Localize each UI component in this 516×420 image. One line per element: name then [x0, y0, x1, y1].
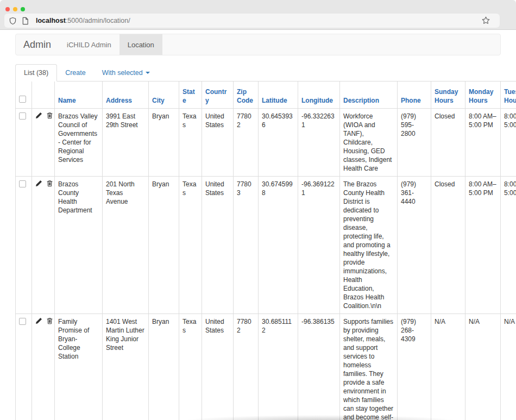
cell-zip-code: 77803 — [234, 177, 259, 314]
cell-name: Brazos County Health Department — [55, 177, 103, 314]
cell-country: United States — [202, 177, 234, 314]
column-header-description[interactable]: Description — [343, 97, 379, 104]
address-bar[interactable]: localhost:5000/admin/location/ — [4, 14, 500, 28]
table-header-row: NameAddressCityStateCountryZip CodeLatit… — [16, 82, 516, 109]
cell-monday-hours: N/A — [465, 314, 501, 420]
table-row: Brazos Valley Council of Governments- Ce… — [16, 109, 516, 177]
cell-longitude: -96.3691221 — [298, 177, 340, 314]
cell-longitude: -96.386135 — [298, 314, 340, 420]
cell-country: United States — [202, 314, 234, 420]
cell-sunday-hours: N/A — [431, 314, 465, 420]
cell-sunday-hours: Closed — [431, 177, 465, 314]
delete-icon[interactable] — [46, 317, 53, 326]
row-checkbox[interactable] — [19, 112, 26, 120]
nav-item-location[interactable]: Location — [119, 34, 162, 55]
url-path: :5000/admin/location/ — [66, 17, 130, 24]
column-header-monday-hours[interactable]: Monday Hours — [469, 88, 493, 104]
column-header-zip-code[interactable]: Zip Code — [237, 88, 253, 104]
column-header-tuesday-hours[interactable]: Tuesday Hours — [504, 88, 516, 104]
column-header-country[interactable]: Country — [205, 88, 226, 104]
cell-city: Bryan — [149, 109, 179, 177]
header-country: Country — [202, 82, 234, 109]
cell-state: Texas — [179, 177, 202, 314]
row-checkbox[interactable] — [19, 318, 26, 325]
column-header-address[interactable]: Address — [106, 97, 132, 104]
tab-create[interactable]: Create — [57, 65, 94, 81]
column-header-name[interactable]: Name — [58, 97, 76, 104]
header-phone: Phone — [398, 82, 431, 109]
window-controls — [5, 7, 25, 11]
header-longitude: Longitude — [298, 82, 340, 109]
header-name: Name — [55, 82, 103, 109]
with-selected-label: With selected — [102, 69, 143, 77]
cell-zip-code: 77802 — [234, 314, 259, 420]
table-row: Brazos County Health Department201 North… — [16, 177, 516, 314]
window-minimize-button[interactable] — [13, 7, 17, 11]
shield-icon — [9, 17, 17, 25]
header-monday-hours: Monday Hours — [465, 82, 501, 109]
delete-icon[interactable] — [46, 180, 53, 189]
select-all-checkbox[interactable] — [19, 96, 26, 103]
header-tuesday-hours: Tuesday Hours — [501, 82, 516, 109]
edit-icon[interactable] — [35, 112, 42, 121]
cell-name: Brazos Valley Council of Governments- Ce… — [55, 109, 103, 177]
window-close-button[interactable] — [5, 7, 10, 11]
column-header-city[interactable]: City — [152, 97, 165, 104]
cell-phone: (979) 595-2800 — [398, 109, 431, 177]
cell-state: Texas — [179, 314, 202, 420]
cell-country: United States — [202, 109, 234, 177]
cell-state: Texas — [179, 109, 202, 177]
cell-zip-code: 77802 — [234, 109, 259, 177]
cell-description: Workforce (WIOA and TANF), Childcare, Ho… — [340, 109, 398, 177]
cell-latitude: 30.6851112 — [259, 314, 298, 420]
edit-icon[interactable] — [35, 180, 42, 189]
edit-icon[interactable] — [35, 317, 42, 326]
cell-tuesday-hours: 8:00 AM– 5:00 PM — [501, 177, 516, 314]
row-actions-cell — [32, 177, 55, 314]
cell-description: Supports families by providing shelter, … — [340, 314, 398, 420]
cell-longitude: -96.3322631 — [298, 109, 340, 177]
row-select-cell — [16, 314, 32, 420]
nav-item-ichild-admin[interactable]: iCHILD Admin — [59, 34, 119, 55]
cell-tuesday-hours: N/A — [501, 314, 516, 420]
column-header-state[interactable]: State — [183, 88, 195, 104]
cell-latitude: 30.6453936 — [259, 109, 298, 177]
tab-list[interactable]: List (38) — [15, 64, 57, 82]
cell-tuesday-hours: 8:00 AM– 5:00 PM — [501, 109, 516, 177]
cell-phone: (979) 361-4440 — [398, 177, 431, 314]
location-table: NameAddressCityStateCountryZip CodeLatit… — [15, 81, 516, 420]
cell-description: The Brazos County Health District is ded… — [340, 177, 398, 314]
bookmark-star-icon[interactable] — [481, 16, 490, 25]
header-sunday-hours: Sunday Hours — [431, 82, 465, 109]
actions-header-cell — [32, 82, 55, 109]
tab-with-selected[interactable]: With selected — [94, 65, 158, 81]
cell-address: 1401 West Martin Luther King Junior Stre… — [103, 314, 149, 420]
page-icon — [22, 17, 29, 25]
header-latitude: Latitude — [259, 82, 298, 109]
cell-sunday-hours: Closed — [431, 109, 465, 177]
url-host: localhost — [36, 17, 66, 24]
header-description: Description — [340, 82, 398, 109]
table-row: Family Promise of Bryan-College Station1… — [16, 314, 516, 420]
cell-latitude: 30.6745998 — [259, 177, 298, 314]
caret-down-icon — [146, 72, 150, 74]
cell-phone: (979) 268-4309 — [398, 314, 431, 420]
header-city: City — [149, 82, 179, 109]
column-header-sunday-hours[interactable]: Sunday Hours — [435, 88, 458, 104]
cell-city: Bryan — [149, 314, 179, 420]
header-state: State — [179, 82, 202, 109]
row-actions-cell — [32, 109, 55, 177]
column-header-phone[interactable]: Phone — [401, 97, 421, 104]
column-header-latitude[interactable]: Latitude — [262, 97, 287, 104]
admin-navbar: Admin iCHILD Admin Location — [15, 34, 501, 55]
select-all-header-cell — [16, 82, 32, 109]
row-actions-cell — [32, 314, 55, 420]
column-header-longitude[interactable]: Longitude — [301, 97, 333, 104]
navbar-brand[interactable]: Admin — [16, 39, 59, 51]
header-zip-code: Zip Code — [234, 82, 259, 109]
url-text: localhost:5000/admin/location/ — [36, 17, 130, 24]
window-zoom-button[interactable] — [21, 7, 25, 11]
header-address: Address — [103, 82, 149, 109]
row-checkbox[interactable] — [19, 180, 26, 187]
delete-icon[interactable] — [46, 112, 53, 121]
